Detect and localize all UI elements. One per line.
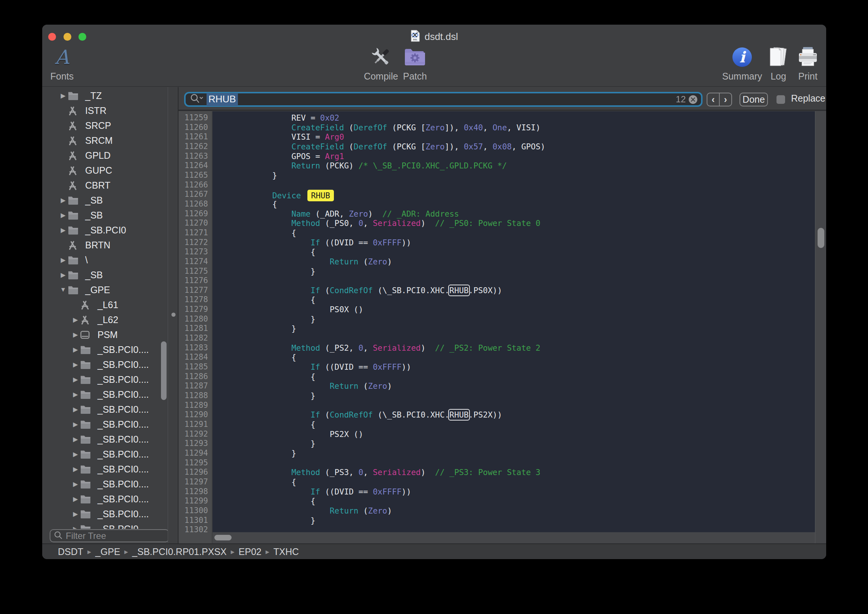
tree-item-brtn[interactable]: BRTN <box>42 237 168 253</box>
chevron-right-icon[interactable]: ▶ <box>59 271 68 279</box>
window-title-proxy[interactable]: DSL dsdt.dsl <box>42 30 826 43</box>
replace-checkbox[interactable] <box>777 95 785 104</box>
code-line[interactable]: } <box>215 516 815 526</box>
tree-item-istr[interactable]: ISTR <box>42 103 168 118</box>
tree-item-sbpci0[interactable]: ▶_SB.PCI0 <box>42 223 168 237</box>
chevron-right-icon[interactable]: ▶ <box>71 420 80 428</box>
code-line[interactable]: { <box>215 372 815 382</box>
chevron-right-icon[interactable]: ▶ <box>71 465 80 473</box>
code-line[interactable]: { <box>215 200 815 209</box>
tree-item-sbpci0[interactable]: ▶_SB.PCI0.... <box>42 476 168 492</box>
chevron-right-icon[interactable]: ▶ <box>71 450 80 458</box>
chevron-right-icon[interactable]: ▶ <box>71 525 80 529</box>
code-line[interactable]: Device RHUB <box>215 190 815 200</box>
tree-item-sbpci0[interactable]: ▶_SB.PCI0.... <box>42 462 168 476</box>
code-area[interactable]: REV = 0x02 CreateField (DerefOf (PCKG [Z… <box>212 111 815 532</box>
tree-item-sbpci0[interactable]: ▶_SB.PCI0.... <box>42 447 168 462</box>
tree-item-gpld[interactable]: GPLD <box>42 148 168 163</box>
tree-item-sbpci0[interactable]: ▶_SB.PCI0.... <box>42 507 168 521</box>
chevron-right-icon[interactable]: ▶ <box>71 510 80 518</box>
chevron-right-icon[interactable]: ▶ <box>59 92 68 100</box>
chevron-right-icon[interactable]: ▶ <box>71 316 80 324</box>
code-line[interactable] <box>215 180 815 190</box>
fonts-button[interactable]: A Fonts <box>42 46 86 82</box>
code-line[interactable] <box>215 525 815 532</box>
code-line[interactable]: } <box>215 171 815 180</box>
chevron-right-icon[interactable]: ▶ <box>59 211 68 219</box>
horizontal-scrollbar-thumb[interactable] <box>214 535 232 540</box>
vertical-scrollbar-thumb[interactable] <box>818 228 824 248</box>
chevron-right-icon[interactable]: ▶ <box>59 256 68 264</box>
breadcrumb-item[interactable]: EP02 <box>239 546 262 557</box>
code-line[interactable]: Return (Zero) <box>215 381 815 391</box>
chevron-right-icon[interactable]: ▶ <box>71 376 80 384</box>
tree-item-l61[interactable]: _L61 <box>42 297 168 312</box>
breadcrumb-item[interactable]: TXHC <box>273 546 299 557</box>
print-button[interactable]: Print <box>784 46 826 82</box>
code-line[interactable]: } <box>215 439 815 448</box>
breadcrumb-item[interactable]: _GPE <box>95 546 120 557</box>
code-line[interactable] <box>215 276 815 286</box>
tree-item-srcm[interactable]: SRCM <box>42 133 168 148</box>
code-line[interactable]: If ((DVID == 0xFFFF)) <box>215 487 815 497</box>
find-previous-button[interactable]: ‹ <box>707 93 719 106</box>
chevron-right-icon[interactable]: ▶ <box>71 331 80 339</box>
search-input[interactable]: RHUB 12 <box>184 92 702 107</box>
code-line[interactable]: PS0X () <box>215 305 815 315</box>
chevron-right-icon[interactable]: ▶ <box>71 480 80 488</box>
tree-item-sbpci0[interactable]: ▶_SB.PCI0.... <box>42 342 168 357</box>
horizontal-scrollbar-track[interactable] <box>212 532 815 543</box>
code-line[interactable]: { <box>215 420 815 429</box>
find-next-button[interactable]: › <box>719 93 731 106</box>
done-button[interactable]: Done <box>739 93 768 107</box>
chevron-right-icon[interactable]: ▶ <box>71 391 80 398</box>
code-line[interactable]: Return (Zero) <box>215 257 815 267</box>
code-line[interactable]: Method (_PS2, 0, Serialized) // _PS2: Po… <box>215 343 815 353</box>
code-line[interactable]: Method (_PS0, 0, Serialized) // _PS0: Po… <box>215 219 815 228</box>
code-line[interactable] <box>215 333 815 343</box>
code-line[interactable]: GPOS = Arg1 <box>215 152 815 161</box>
tree-item-sb[interactable]: ▶_SB <box>42 267 168 282</box>
patch-button[interactable]: Patch <box>391 46 439 82</box>
code-line[interactable]: VISI = Arg0 <box>215 132 815 142</box>
code-line[interactable]: Method (_PS3, 0, Serialized) // _PS3: Po… <box>215 468 815 477</box>
tree-item-l62[interactable]: ▶_L62 <box>42 312 168 327</box>
code-line[interactable]: } <box>215 448 815 458</box>
tree-item-srcp[interactable]: SRCP <box>42 118 168 133</box>
code-line[interactable]: } <box>215 391 815 401</box>
chevron-right-icon[interactable]: ▶ <box>59 197 68 204</box>
code-line[interactable]: If (CondRefOf (\_SB.PCI0.XHC.RHUB.PS2X)) <box>215 410 815 420</box>
clear-search-icon[interactable] <box>689 95 698 104</box>
tree-item-[interactable]: ▶\ <box>42 253 168 267</box>
tree-item-cbrt[interactable]: CBRT <box>42 178 168 193</box>
tree-item-sbpci0[interactable]: ▶_SB.PCI0.... <box>42 417 168 432</box>
tree-item-gpe[interactable]: ▼_GPE <box>42 282 168 297</box>
code-line[interactable]: Return (Zero) <box>215 506 815 516</box>
code-line[interactable]: CreateField (DerefOf (PCKG [Zero]), 0x40… <box>215 123 815 133</box>
breadcrumb-item[interactable]: _SB.PCI0.RP01.PXSX <box>132 546 227 557</box>
code-line[interactable] <box>215 401 815 411</box>
tree-item-sbpci0[interactable]: ▶_SB.PCI0.... <box>42 432 168 447</box>
tree-item-tz[interactable]: ▶_TZ <box>42 88 168 103</box>
chevron-right-icon[interactable]: ▶ <box>59 226 68 234</box>
code-line[interactable]: Return (PCKG) /* \_SB_.PCI0.XHC_.GPLD.PC… <box>215 161 815 171</box>
tree-item-psm[interactable]: ▶PSM <box>42 327 168 342</box>
tree-item-sbpci0[interactable]: ▶_SB.PCI0.... <box>42 372 168 387</box>
code-line[interactable]: If (CondRefOf (\_SB.PCI0.XHC.RHUB.PS0X)) <box>215 286 815 295</box>
code-line[interactable]: REV = 0x02 <box>215 113 815 123</box>
code-line[interactable]: { <box>215 247 815 257</box>
tree-item-sbpci0[interactable]: ▶_SB.PCI0.... <box>42 521 168 529</box>
filter-tree-input[interactable]: Filter Tree <box>50 529 169 542</box>
chevron-down-icon[interactable]: ▼ <box>59 286 68 293</box>
code-line[interactable]: If ((DVID == 0xFFFF)) <box>215 238 815 248</box>
code-line[interactable]: } <box>215 324 815 333</box>
code-line[interactable]: { <box>215 228 815 238</box>
chevron-right-icon[interactable]: ▶ <box>71 361 80 369</box>
tree-item-sb[interactable]: ▶_SB <box>42 193 168 208</box>
chevron-right-icon[interactable]: ▶ <box>71 495 80 503</box>
code-line[interactable]: Name (_ADR, Zero) // _ADR: Address <box>215 209 815 219</box>
tree-item-sbpci0[interactable]: ▶_SB.PCI0.... <box>42 492 168 507</box>
code-line[interactable]: If ((DVID == 0xFFFF)) <box>215 362 815 372</box>
code-line[interactable]: } <box>215 267 815 276</box>
split-divider[interactable] <box>168 87 178 543</box>
